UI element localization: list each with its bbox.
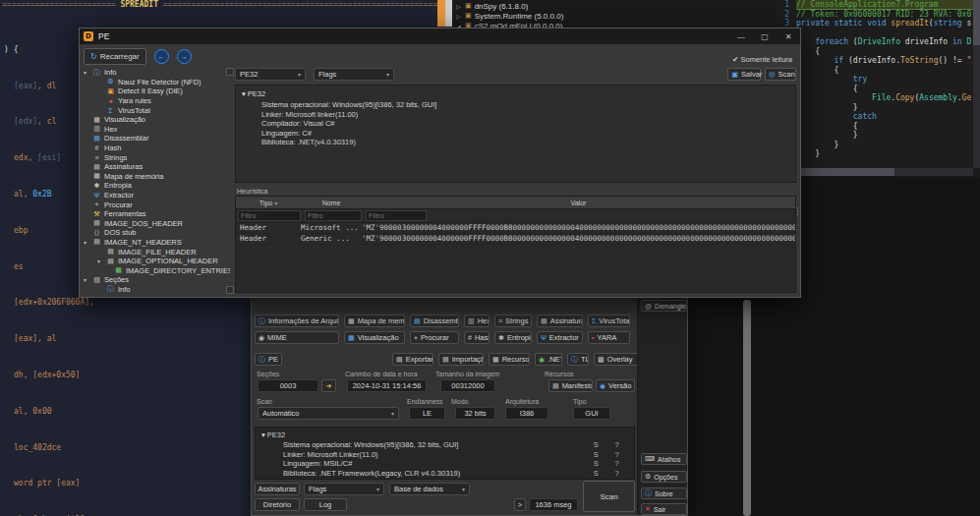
column-nome[interactable]: Nome — [301, 200, 362, 206]
log-button[interactable]: Log — [304, 498, 347, 511]
detection-line[interactable]: Sistema operacional: Windows(95)[I386, 3… — [261, 100, 795, 110]
reload-button[interactable]: ↻Recarregar — [84, 48, 146, 65]
pe-tree-item[interactable]: #Hash — [84, 143, 230, 153]
code-line[interactable]: 17 } — [777, 149, 973, 159]
detection-row[interactable]: Sistema operacional: Windows(95)[I386, 3… — [256, 440, 634, 450]
heuristics-row[interactable]: HeaderMicrosoft ...'MZ'90000300000004000… — [236, 223, 795, 234]
detection-row[interactable]: Biblioteca: .NET Framework(Legacy, CLR v… — [256, 469, 634, 479]
demangle-button[interactable]: @Demangle — [641, 300, 687, 312]
code-line[interactable]: 10 { — [777, 85, 973, 94]
code-line[interactable]: 9 try — [777, 75, 973, 85]
pe-tree-item[interactable]: ▥Hex — [84, 125, 230, 135]
code-line[interactable]: 16 } — [777, 141, 973, 150]
pe-tree-item[interactable]: ⌖Procurar — [84, 200, 230, 209]
pe-tree-item[interactable]: ▾▧Seções — [84, 275, 230, 285]
expander-icon[interactable]: ▷ — [456, 13, 462, 20]
code-vertical-scrollbar[interactable] — [973, 0, 980, 168]
pe-tree-item[interactable]: ⚒Ferramentas — [84, 209, 230, 219]
column-valor[interactable]: Valor — [362, 200, 795, 206]
manifest-button[interactable]: ▤Manifesto — [548, 379, 593, 392]
minimize-button[interactable]: — — [729, 32, 753, 41]
pe-format-button[interactable]: ⓘPE — [255, 353, 282, 366]
detection-line[interactable]: Compilador: Visual C# — [261, 119, 795, 129]
pe-titlebar[interactable]: D PE — ▢ ✕ — [80, 29, 800, 44]
pe-tree-item[interactable]: ▣Detect It Easy (DiE) — [84, 86, 230, 96]
pe-tree-item[interactable]: ⟨⟩DOS stub — [84, 228, 230, 238]
code-line[interactable]: 14 { — [777, 122, 973, 132]
die-view-button[interactable]: ⓘInformações de Arquivo — [255, 315, 339, 327]
database-select[interactable]: Base de dados▾ — [389, 483, 470, 495]
pe-tree-item[interactable]: ▾▤IMAGE_OPTIONAL_HEADER — [84, 257, 230, 266]
die-view-button[interactable]: #Hash — [464, 331, 490, 344]
pe-tree-item[interactable]: ▦Mapa de memória — [84, 172, 230, 182]
die-section-button[interactable]: ◉.NET — [535, 353, 562, 366]
scan-button[interactable]: ◎Scan — [765, 68, 796, 81]
die-view-button[interactable]: ⌖Procurar — [410, 331, 459, 344]
detection-line[interactable]: Biblioteca: .NET(v4.0.30319) — [261, 138, 795, 147]
die-section-button[interactable]: ▩Overlay — [594, 353, 639, 366]
format-select[interactable]: PE32▾ — [235, 68, 306, 81]
signatures-button[interactable]: Assinaturas — [255, 483, 300, 495]
pe-tree-item[interactable]: ΨExtractor — [84, 191, 230, 201]
die-view-button[interactable]: ≡Strings — [494, 315, 532, 327]
info-link[interactable]: ? — [614, 459, 634, 469]
readonly-checkbox[interactable]: ✔ Somente leitura — [732, 55, 792, 64]
back-button[interactable]: ← — [154, 49, 169, 64]
code-line[interactable]: 8 { — [777, 66, 973, 76]
signature-link[interactable]: S — [594, 469, 615, 479]
detection-row[interactable]: Linker: Microsoft Linker(11.0)S? — [256, 450, 634, 460]
save-button[interactable]: ▣Salvar — [727, 68, 761, 81]
code-line[interactable]: 5 foreach (DriveInfo driveInfo in D — [777, 37, 973, 47]
sections-open-button[interactable]: ➜ — [321, 379, 336, 392]
expander-icon[interactable]: ▾ — [97, 258, 103, 264]
scan-mode-select[interactable]: Automático▾ — [258, 407, 399, 420]
pe-tree-item[interactable]: ✱Entropia — [84, 181, 230, 191]
detection-row[interactable]: Linguagem: MSIL/C#S? — [256, 459, 634, 469]
pe-tree-item[interactable]: ▤IMAGE_DOS_HEADER — [84, 219, 230, 229]
die-view-button[interactable]: ✱Entropia — [494, 331, 532, 344]
shortcuts-button[interactable]: ⌨Atalhos — [641, 453, 687, 465]
assembly-tree-item[interactable]: ▷▣dnSpy (6.1.8.0) — [456, 1, 751, 11]
die-view-button[interactable]: ◉MIME — [255, 331, 339, 344]
die-view-button[interactable]: ▦Visualização — [344, 331, 405, 344]
pe-tree-item[interactable]: ⓘInfo — [84, 285, 230, 294]
result-root[interactable]: ▾ PE32 — [242, 89, 795, 98]
die-view-button[interactable]: ▪YARA — [588, 331, 630, 344]
valor-filter-input[interactable] — [366, 210, 427, 221]
info-link[interactable]: ? — [614, 469, 634, 479]
heuristics-row[interactable]: HeaderGeneric ...'MZ'9000030000000400000… — [236, 234, 795, 245]
asm-line[interactable]: word ptr [eax] — [4, 479, 104, 487]
about-button[interactable]: ⓘSobre — [641, 487, 687, 499]
code-line[interactable]: 4{ — [777, 29, 973, 38]
code-line[interactable]: 18} — [777, 159, 973, 169]
nome-filter-input[interactable] — [305, 210, 362, 221]
signature-link[interactable]: S — [594, 450, 615, 460]
detection-line[interactable]: Linguagem: C# — [261, 129, 795, 139]
pe-tree-item[interactable]: ΣVirusTotal — [84, 105, 230, 115]
directory-button[interactable]: Diretório — [255, 498, 300, 511]
pe-tree-item[interactable]: ▦Visualização — [84, 115, 230, 125]
die-view-button[interactable]: ▤Assinaturas — [537, 315, 583, 327]
pe-tree-item[interactable]: ▦IMAGE_DIRECTORY_ENTRIES — [84, 265, 230, 275]
code-horizontal-scrollbar[interactable] — [777, 168, 973, 176]
die-view-button[interactable]: ΣVirusTotal — [588, 315, 630, 327]
code-line[interactable]: 12 } — [777, 103, 973, 113]
code-line[interactable]: 2// Token: 0x06000017 RID: 23 RVA: 0x0 — [777, 10, 973, 20]
flags-select[interactable]: Flags▾ — [314, 68, 394, 81]
asm-scrollbar[interactable] — [445, 0, 452, 27]
info-link[interactable]: ? — [614, 450, 634, 460]
expander-icon[interactable]: ▾ — [84, 69, 89, 76]
background-scrollbar[interactable] — [743, 300, 751, 516]
asm-line[interactable]: dh, [edx+0x50] — [4, 371, 104, 379]
detection-line[interactable]: Linker: Microsoft linker(11.00) — [261, 110, 795, 120]
die-section-button[interactable]: ▦Recursos — [489, 353, 530, 366]
pe-tree-item[interactable]: ▤IMAGE_FILE_HEADER — [84, 247, 230, 257]
assembly-tree-item[interactable]: ▷▣System.Runtime (5.0.0.0) — [456, 11, 751, 21]
die-view-button[interactable]: ▤Disassemblar — [410, 315, 459, 327]
exit-button[interactable]: ✕Sair — [641, 503, 687, 515]
asm-line[interactable]: [edx+0x206F060A], — [4, 298, 104, 307]
expander-icon[interactable]: ▷ — [456, 3, 462, 10]
asm-line[interactable]: [eax], al — [4, 334, 104, 343]
maximize-button[interactable]: ▢ — [753, 32, 777, 41]
options-button[interactable]: ⚙Opções — [641, 471, 687, 483]
